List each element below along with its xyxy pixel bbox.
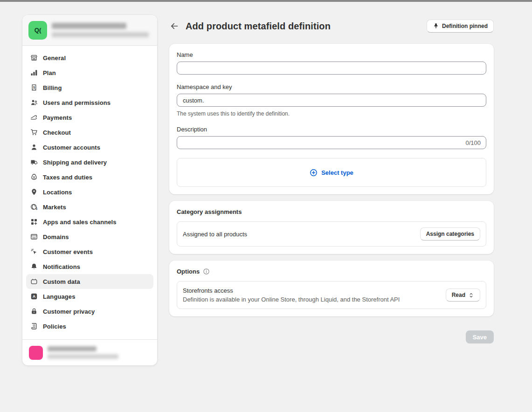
namespace-label: Namespace and key: [177, 83, 486, 90]
category-assignment-row: Assigned to all products Assign categori…: [177, 221, 486, 247]
storefronts-access-value: Read: [452, 292, 465, 298]
storefronts-access-description: Definition is available in your Online S…: [183, 296, 400, 303]
bell-icon: [30, 263, 38, 271]
apps-grid-icon: [30, 218, 38, 226]
globe-icon: $: [30, 203, 38, 211]
store-domain-redacted: [52, 32, 149, 37]
location-pin-icon: [30, 188, 38, 196]
sidebar-item-taxes-and-duties[interactable]: Taxes and duties: [26, 170, 153, 185]
select-chevrons-icon: [468, 292, 474, 298]
description-label: Description: [177, 126, 486, 133]
name-field-group: Name: [177, 51, 486, 75]
plan-chart-icon: [30, 69, 38, 77]
cursor-click-icon: [30, 248, 38, 256]
store-header[interactable]: Q(: [22, 15, 157, 46]
select-type-button[interactable]: Select type: [177, 158, 486, 187]
truck-icon: [30, 158, 38, 166]
translate-icon: A: [30, 293, 38, 301]
sidebar-item-apps-and-sales-channels[interactable]: Apps and sales channels: [26, 214, 153, 229]
name-input[interactable]: [177, 62, 486, 75]
store-icon: [30, 54, 38, 62]
payments-hand-icon: [30, 114, 38, 122]
description-field-group: Description 0/100: [177, 126, 486, 149]
sidebar-item-markets[interactable]: $ Markets: [26, 199, 153, 214]
sidebar-item-custom-data[interactable]: Custom data: [26, 274, 153, 289]
user-email-redacted: [48, 354, 118, 359]
settings-sidebar: Q( General Plan $ Billing Users and perm…: [22, 15, 157, 365]
page-header: Add product metafield definition Definit…: [169, 19, 494, 34]
user-avatar: [29, 346, 43, 360]
store-avatar: Q(: [28, 21, 47, 40]
assign-categories-button[interactable]: Assign categories: [420, 227, 480, 240]
category-assignments-title: Category assignments: [177, 208, 486, 215]
sidebar-item-policies[interactable]: Policies: [26, 319, 153, 334]
sidebar-item-shipping-and-delivery[interactable]: Shipping and delivery: [26, 155, 153, 170]
storefronts-access-select[interactable]: Read: [446, 288, 480, 302]
options-title: Options: [177, 268, 200, 275]
user-name-redacted: [48, 346, 97, 351]
sidebar-item-customer-privacy[interactable]: Customer privacy: [26, 304, 153, 319]
browser-top-strip: [0, 0, 532, 2]
sidebar-item-domains[interactable]: Domains: [26, 229, 153, 244]
page-actions: Save: [169, 330, 494, 343]
description-input[interactable]: [177, 136, 486, 149]
sidebar-item-customer-events[interactable]: Customer events: [26, 244, 153, 259]
back-arrow-icon[interactable]: [169, 21, 180, 31]
options-title-row: Options: [177, 268, 486, 275]
sidebar-item-users-and-permissions[interactable]: Users and permissions: [26, 95, 153, 110]
sidebar-item-locations[interactable]: Locations: [26, 185, 153, 199]
sidebar-item-notifications[interactable]: Notifications: [26, 259, 153, 274]
namespace-help-text: The system uses this to identify the def…: [177, 110, 486, 117]
category-status-text: Assigned to all products: [183, 231, 247, 238]
definition-pinned-label: Definition pinned: [442, 23, 488, 29]
person-icon: [30, 144, 38, 151]
custom-data-box-icon: [30, 278, 38, 286]
svg-text:A: A: [32, 294, 35, 299]
svg-text:$: $: [33, 85, 35, 89]
pin-icon: [433, 23, 439, 29]
assign-categories-label: Assign categories: [426, 231, 474, 237]
info-icon[interactable]: [203, 268, 210, 275]
svg-text:$: $: [35, 207, 37, 211]
name-label: Name: [177, 51, 486, 58]
sidebar-item-general[interactable]: General: [26, 50, 153, 65]
store-meta: [52, 23, 151, 37]
namespace-input[interactable]: [177, 94, 486, 107]
page-title: Add product metafield definition: [186, 21, 427, 32]
storefronts-access-title: Storefronts access: [183, 287, 400, 294]
select-type-label: Select type: [321, 169, 353, 176]
character-counter: 0/100: [465, 139, 481, 146]
tax-bag-icon: [30, 173, 38, 181]
definition-pinned-button[interactable]: Definition pinned: [427, 20, 494, 33]
lock-icon: [30, 308, 38, 316]
checkout-cart-icon: [30, 129, 38, 137]
definition-form-card: Name Namespace and key The system uses t…: [169, 44, 494, 194]
storefronts-access-row: Storefronts access Definition is availab…: [177, 281, 486, 309]
options-card: Options Storefronts access Definition is…: [169, 261, 494, 316]
user-footer[interactable]: [22, 339, 157, 365]
save-button[interactable]: Save: [466, 330, 494, 343]
storefronts-access-text: Storefronts access Definition is availab…: [183, 287, 400, 303]
billing-receipt-icon: $: [30, 84, 38, 92]
main-content: Add product metafield definition Definit…: [169, 19, 494, 343]
settings-nav: General Plan $ Billing Users and permiss…: [22, 46, 157, 339]
sidebar-item-languages[interactable]: A Languages: [26, 289, 153, 304]
policy-doc-icon: [30, 323, 38, 330]
user-meta: [48, 346, 151, 359]
sidebar-item-payments[interactable]: Payments: [26, 110, 153, 125]
domain-window-icon: [30, 233, 38, 241]
category-assignments-card: Category assignments Assigned to all pro…: [169, 201, 494, 254]
sidebar-item-customer-accounts[interactable]: Customer accounts: [26, 140, 153, 155]
circle-plus-icon: [310, 169, 318, 177]
users-icon: [30, 99, 38, 107]
sidebar-item-billing[interactable]: $ Billing: [26, 80, 153, 95]
namespace-field-group: Namespace and key The system uses this t…: [177, 83, 486, 117]
store-name-redacted: [52, 23, 126, 29]
sidebar-item-checkout[interactable]: Checkout: [26, 125, 153, 140]
sidebar-item-plan[interactable]: Plan: [26, 65, 153, 80]
